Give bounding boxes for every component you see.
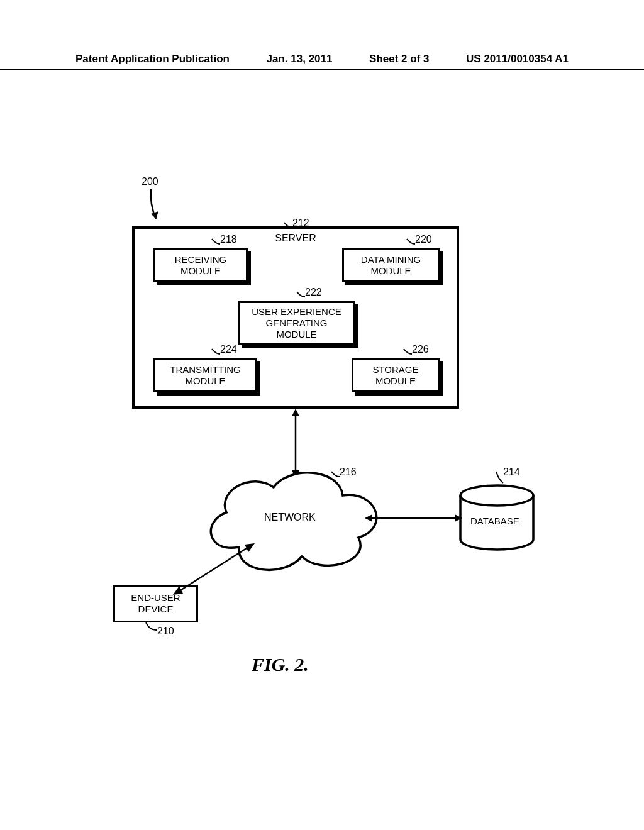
figure-container: 200 SERVER RECEIVING MODULE DATA MINING … <box>75 176 579 742</box>
figure-caption: FIG. 2. <box>252 654 309 675</box>
transmitting-module: TRANSMITTING MODULE <box>153 358 257 392</box>
hook-network-icon <box>330 470 343 483</box>
header-right: US 2011/0010354 A1 <box>466 53 569 65</box>
receiving-module-label: RECEIVING MODULE <box>153 248 248 282</box>
database-label: DATABASE <box>470 516 519 526</box>
svg-line-8 <box>179 547 248 591</box>
svg-marker-7 <box>455 514 462 522</box>
hook-receiving-icon <box>211 238 223 250</box>
userexp-module-label: USER EXPERIENCE GENERATING MODULE <box>238 301 355 345</box>
header-date: Jan. 13, 2011 <box>267 53 333 65</box>
hook-enduser-icon <box>145 621 160 634</box>
hook-server-icon <box>283 221 296 234</box>
arrow-fig-icon <box>145 189 164 226</box>
userexp-module: USER EXPERIENCE GENERATING MODULE <box>238 301 355 345</box>
header-left: Patent Application Publication <box>75 53 230 65</box>
hook-userexp-icon <box>296 290 308 303</box>
svg-marker-6 <box>365 514 372 522</box>
header-sheet: Sheet 2 of 3 <box>369 53 429 65</box>
page-header: Patent Application Publication Jan. 13, … <box>0 53 644 70</box>
svg-marker-2 <box>292 409 299 416</box>
hook-storage-icon <box>402 348 415 360</box>
datamining-module-label: DATA MINING MODULE <box>342 248 440 282</box>
network-label: NETWORK <box>264 512 316 523</box>
transmitting-module-label: TRANSMITTING MODULE <box>153 358 257 392</box>
server-box: SERVER RECEIVING MODULE DATA MINING MODU… <box>132 226 459 409</box>
arrow-network-enduser-icon <box>173 541 255 597</box>
ref-fig: 200 <box>142 176 158 187</box>
hook-datamining-icon <box>406 238 418 250</box>
storage-module-label: STORAGE MODULE <box>352 358 440 392</box>
receiving-module: RECEIVING MODULE <box>153 248 248 282</box>
hook-database-icon <box>494 470 506 489</box>
storage-module: STORAGE MODULE <box>352 358 440 392</box>
datamining-module: DATA MINING MODULE <box>342 248 440 282</box>
arrow-network-database-icon <box>365 509 462 528</box>
hook-transmitting-icon <box>211 348 223 360</box>
